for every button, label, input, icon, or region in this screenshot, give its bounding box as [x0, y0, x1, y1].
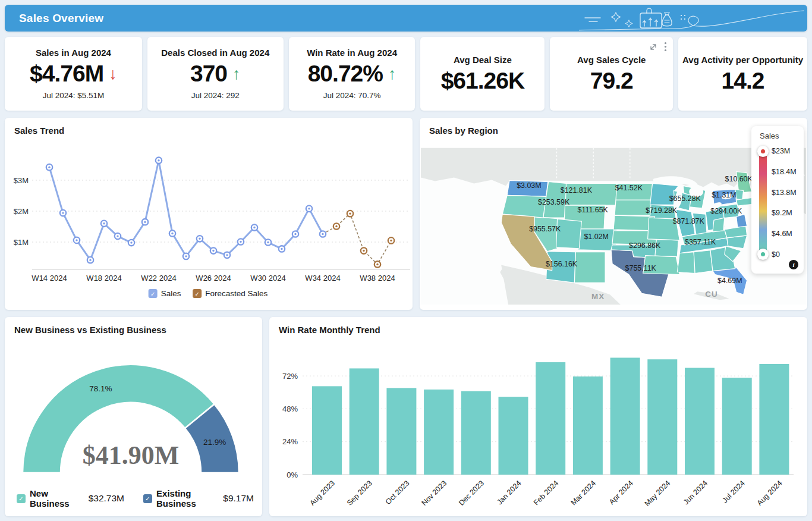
win-rate-title: Win Rate Monthly Trend	[279, 325, 380, 335]
data-point-dot	[335, 225, 337, 227]
map-color-legend: Sales $23M$18.4M$13.8M$9.2M$4.6M$0 i	[751, 126, 804, 274]
state-wv[interactable]	[713, 218, 725, 232]
region-value-label: $121.81K	[561, 186, 593, 194]
gauge-legend: ✓New Business$32.73M✓Existing Business$9…	[17, 488, 254, 509]
kebab-menu-icon[interactable]	[664, 42, 667, 52]
region-value-label: $755.11K	[625, 264, 657, 272]
kpi-card-avg-sales-cycle[interactable]: Avg Sales Cycle79.2	[550, 37, 673, 111]
region-value-label: $955.57K	[529, 225, 561, 233]
region-value-label: $253.59K	[538, 198, 570, 206]
bar-jul-2024[interactable]	[722, 378, 752, 475]
checkbox-check-icon: ✓	[194, 291, 199, 297]
bar-jan-2024[interactable]	[499, 397, 528, 475]
x-axis-label: May 2024	[643, 479, 672, 508]
bar-dec-2023[interactable]	[461, 391, 491, 475]
x-axis-label: Aug 2024	[756, 479, 784, 507]
state-ut[interactable]	[556, 219, 582, 249]
x-axis-label: Jun 2024	[682, 479, 709, 506]
legend-label: Existing Business	[156, 488, 204, 509]
sales-trend-chart[interactable]: $1M$2M$3MW14 2024W18 2024W22 2024W26 202…	[5, 118, 413, 310]
legend-value: $9.17M	[223, 493, 254, 504]
legend-checkbox[interactable]: ✓	[143, 494, 152, 503]
slice-percent-label: 78.1%	[89, 384, 112, 393]
x-axis-label: W18 2024	[86, 274, 121, 283]
bar-feb-2024[interactable]	[536, 362, 565, 475]
x-axis-label: Mar 2024	[569, 479, 597, 507]
kpi-value: 14.2	[722, 69, 764, 93]
data-point-dot	[390, 240, 392, 241]
bar-may-2024[interactable]	[647, 359, 677, 475]
kpi-value: 80.72%	[308, 62, 383, 86]
scale-max-handle[interactable]	[757, 146, 769, 157]
data-point-dot	[130, 241, 132, 243]
state-vtnh[interactable]	[735, 189, 744, 200]
header-decoration-art	[579, 5, 805, 32]
state-al[interactable]	[694, 250, 713, 274]
win-rate-bar-chart[interactable]: 0%24%48%72%Aug 2023Sep 2023Oct 2023Nov 2…	[269, 317, 807, 516]
gauge-legend-item[interactable]: ✓Existing Business	[143, 488, 204, 509]
x-axis-label: Apr 2024	[608, 479, 635, 506]
data-point-dot	[253, 227, 255, 228]
kpi-card-avg-activity-per-opportunity[interactable]: Avg Activity per Opportunity14.2	[678, 37, 807, 111]
dashboard-header: Sales Overview	[5, 5, 807, 32]
kpi-value: $61.26K	[441, 69, 524, 93]
scale-tick-label: $4.6M	[772, 230, 792, 238]
data-point-dot	[240, 241, 241, 243]
scale-tick-label: $0	[772, 250, 780, 259]
x-axis-label: W38 2024	[360, 274, 395, 283]
region-value-label: $111.65K	[578, 206, 609, 214]
bar-oct-2023[interactable]	[386, 388, 416, 475]
scale-tick-label: $18.4M	[772, 168, 797, 176]
bar-apr-2024[interactable]	[610, 357, 640, 475]
kpi-card-deals-closed-in-aug-2024[interactable]: Deals Closed in Aug 2024370↑Jul 2024: 29…	[147, 37, 284, 111]
state-nm[interactable]	[574, 252, 605, 283]
y-axis-label: 48%	[282, 404, 298, 413]
business-gauge-chart[interactable]: 78.1%21.9%$41.90M	[5, 317, 262, 516]
expand-icon[interactable]	[649, 42, 658, 52]
map-legend-title: Sales	[760, 131, 804, 140]
legend-label: Sales	[161, 289, 181, 298]
bar-aug-2024[interactable]	[759, 364, 789, 475]
region-value-label: $719.28K	[646, 206, 678, 215]
region-value-label: $1.02M	[584, 233, 608, 241]
bar-aug-2023[interactable]	[312, 386, 342, 475]
bar-sep-2023[interactable]	[350, 368, 379, 475]
legend-checkbox[interactable]: ✓	[17, 494, 26, 503]
kpi-value: 370	[190, 62, 227, 86]
bar-jun-2024[interactable]	[685, 368, 715, 475]
bar-nov-2023[interactable]	[424, 390, 454, 475]
kpi-card-avg-deal-size[interactable]: Avg Deal Size$61.26K	[420, 37, 545, 111]
x-axis-label: Feb 2024	[532, 479, 560, 507]
y-axis-label: 24%	[282, 437, 298, 446]
y-axis-label: 0%	[287, 470, 298, 479]
slice-percent-label: 21.9%	[203, 438, 226, 447]
region-value-label: $294.00K	[710, 207, 742, 215]
trend-down-arrow-icon: ↓	[109, 66, 117, 82]
bar-mar-2024[interactable]	[573, 376, 603, 475]
legend-label: Forecasted Sales	[205, 289, 267, 298]
scale-min-handle[interactable]	[757, 249, 769, 260]
kpi-card-sales-in-aug-2024[interactable]: Sales in Aug 2024$4.76M↓Jul 2024: $5.51M	[5, 37, 142, 111]
kpi-title: Avg Activity per Opportunity	[682, 55, 803, 65]
x-axis-label: Nov 2023	[420, 479, 448, 507]
gauge-legend-item[interactable]: ✓New Business	[17, 488, 70, 509]
trend-up-arrow-icon: ↑	[388, 66, 396, 82]
x-axis-label: W22 2024	[141, 274, 176, 283]
data-point-dot	[103, 222, 105, 224]
kpi-comparison: Jul 2024: 70.7%	[323, 91, 381, 100]
win-rate-panel: Win Rate Monthly Trend 0%24%48%72%Aug 20…	[269, 317, 807, 516]
kpi-comparison: Jul 2024: $5.51M	[43, 91, 105, 100]
info-icon[interactable]: i	[789, 260, 798, 269]
checkbox-check-icon: ✓	[150, 291, 155, 297]
kpi-card-win-rate-in-aug-2024[interactable]: Win Rate in Aug 202480.72%↑Jul 2024: 70.…	[289, 37, 416, 111]
state-ms[interactable]	[677, 252, 695, 274]
region-value-label: $3.03M	[517, 181, 541, 190]
us-sales-map[interactable]: $3.03M$121.81K$41.52K$253.59K$111.65K$65…	[421, 147, 806, 305]
new-vs-existing-title: New Business vs Existing Business	[14, 325, 166, 335]
data-point-dot	[144, 221, 146, 223]
data-point-dot	[212, 250, 214, 252]
data-point-dot	[267, 241, 269, 243]
scale-tick-label: $13.8M	[772, 189, 797, 197]
y-axis-label: $3M	[14, 176, 29, 185]
kpi-title: Avg Deal Size	[454, 55, 512, 65]
